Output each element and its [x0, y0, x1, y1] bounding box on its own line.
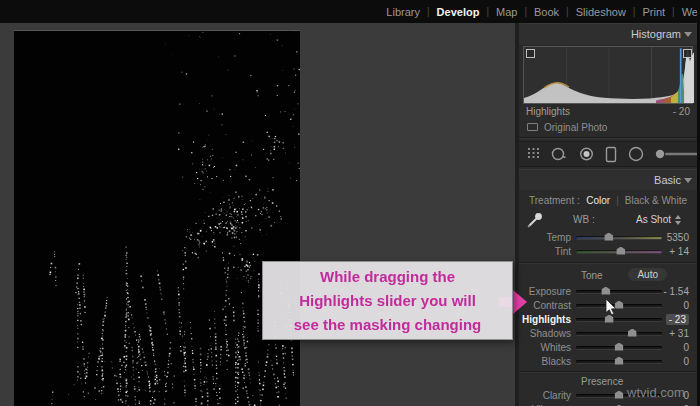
- slider-row-blacks: Blacks0: [519, 354, 697, 368]
- graduated-filter-icon[interactable]: [605, 146, 617, 163]
- chevron-down-icon: [684, 32, 692, 37]
- tint-slider-thumb[interactable]: [616, 247, 625, 255]
- clipping-mask-preview[interactable]: [14, 31, 300, 406]
- basic-title: Basic: [654, 174, 681, 186]
- crop-overlay-icon[interactable]: [527, 147, 540, 161]
- histogram-title: Histogram: [631, 28, 681, 40]
- highlights-slider-track[interactable]: [576, 318, 662, 321]
- histogram-status-label: Highlights: [526, 105, 570, 119]
- clarity-slider-thumb[interactable]: [615, 391, 624, 399]
- slider-value: - 23: [662, 314, 697, 325]
- treatment-divider: |: [616, 193, 619, 208]
- original-photo-label: Original Photo: [544, 122, 607, 133]
- red-eye-correction-icon[interactable]: [579, 146, 594, 162]
- section-divider: [519, 137, 697, 139]
- module-picker: Library|Develop|Map|Book|Slideshow|Print…: [0, 0, 700, 23]
- slider-row-vibrance: Vibrance0: [519, 402, 697, 406]
- nav-separator: |: [633, 6, 636, 17]
- photo-canvas[interactable]: [14, 31, 300, 406]
- slider-value: + 31: [662, 328, 697, 339]
- temp-slider-track[interactable]: [576, 236, 662, 239]
- slider-row-temp: Temp5350: [519, 230, 697, 244]
- slider-row-whites: Whites0: [519, 340, 697, 354]
- slider-value: - 1.54: [662, 286, 697, 297]
- spot-removal-icon[interactable]: [551, 146, 568, 162]
- mouse-cursor-icon: [605, 299, 617, 316]
- wb-preset-dropdown-icon[interactable]: [675, 215, 681, 225]
- radial-filter-icon[interactable]: [628, 146, 644, 162]
- slider-value: 0: [662, 342, 697, 353]
- nav-separator: |: [672, 6, 675, 17]
- slider-label: Highlights: [519, 314, 573, 325]
- slider-value: + 14: [662, 246, 697, 257]
- blacks-slider-thumb[interactable]: [615, 357, 624, 365]
- wb-preset-value[interactable]: As Shot: [636, 214, 671, 225]
- tool-strip: [519, 141, 697, 167]
- histogram-status-row: Highlights - 20: [519, 105, 697, 119]
- nav-item-we[interactable]: We: [682, 6, 698, 18]
- whites-slider-track[interactable]: [576, 346, 662, 349]
- slider-label: Temp: [519, 232, 573, 243]
- whites-slider-thumb[interactable]: [615, 343, 624, 351]
- slider-row-tint: Tint+ 14: [519, 244, 697, 258]
- section-divider: [519, 371, 697, 373]
- tone-header-row: Tone Auto: [519, 267, 697, 284]
- slider-label: Clarity: [519, 390, 573, 401]
- slider-row-shadows: Shadows+ 31: [519, 326, 697, 340]
- histogram-graph[interactable]: [523, 46, 693, 104]
- develop-right-panel: Histogram Highlights: [519, 23, 697, 406]
- auto-tone-button[interactable]: Auto: [628, 268, 667, 281]
- wb-label: WB :: [573, 214, 595, 225]
- tint-slider-track[interactable]: [576, 250, 662, 253]
- wb-sliders-group: Temp5350Tint+ 14: [519, 230, 697, 258]
- tone-sliders-group: Exposure- 1.54Contrast0Highlights- 23Sha…: [519, 284, 697, 368]
- nav-separator: |: [524, 6, 527, 17]
- presence-section-label: Presence: [581, 376, 623, 387]
- histogram-panel-header[interactable]: Histogram: [519, 23, 697, 44]
- exposure-slider-thumb[interactable]: [601, 287, 610, 295]
- adjustment-brush-icon[interactable]: [655, 148, 697, 160]
- nav-separator: |: [566, 6, 569, 17]
- slider-label: Shadows: [519, 328, 573, 339]
- slider-label: Tint: [519, 246, 573, 257]
- shadow-clipping-indicator-icon: [527, 50, 535, 58]
- photo-thumbnail-icon: [527, 123, 538, 131]
- original-photo-row[interactable]: Original Photo: [519, 119, 697, 135]
- blacks-slider-track[interactable]: [576, 360, 662, 363]
- nav-separator: |: [427, 6, 430, 17]
- nav-item-book[interactable]: Book: [534, 6, 559, 18]
- exposure-slider-track[interactable]: [576, 290, 662, 293]
- temp-slider-thumb[interactable]: [604, 233, 613, 241]
- treatment-bw-option[interactable]: Black & White: [625, 193, 687, 208]
- section-divider: [519, 262, 697, 264]
- contrast-slider-track[interactable]: [576, 304, 662, 307]
- treatment-label: Treatment :: [529, 193, 586, 208]
- module-nav: Library|Develop|Map|Book|Slideshow|Print…: [386, 6, 698, 18]
- shadows-slider-track[interactable]: [576, 332, 662, 335]
- annotation-line: see the masking changing: [263, 313, 512, 337]
- histogram-chart: [524, 47, 694, 103]
- treatment-color-option[interactable]: Color: [586, 193, 610, 208]
- nav-separator: |: [486, 6, 489, 17]
- slider-value: 5350: [662, 232, 697, 243]
- nav-item-print[interactable]: Print: [642, 6, 665, 18]
- highlight-clipping-indicator-icon: [684, 50, 692, 58]
- chevron-down-icon: [684, 178, 692, 183]
- slider-value: 0: [662, 356, 697, 367]
- annotation-line: Highlights slider you will: [263, 289, 512, 313]
- basic-panel-header[interactable]: Basic: [519, 169, 697, 190]
- slider-value: 0: [662, 300, 697, 311]
- nav-item-develop[interactable]: Develop: [437, 6, 480, 18]
- tone-section-label: Tone: [581, 270, 603, 281]
- slider-label: Whites: [519, 342, 573, 353]
- wb-eyedropper-icon[interactable]: [525, 210, 545, 230]
- slider-label: Blacks: [519, 356, 573, 367]
- nav-item-library[interactable]: Library: [386, 6, 420, 18]
- annotation-line: While dragging the: [263, 265, 512, 289]
- nav-item-slideshow[interactable]: Slideshow: [576, 6, 626, 18]
- shadows-slider-thumb[interactable]: [628, 329, 637, 337]
- annotation-box: While dragging the Highlights slider you…: [262, 261, 513, 340]
- nav-item-map[interactable]: Map: [496, 6, 517, 18]
- histogram-status-value: - 20: [673, 105, 690, 119]
- treatment-row: Treatment : Color | Black & White: [519, 193, 697, 208]
